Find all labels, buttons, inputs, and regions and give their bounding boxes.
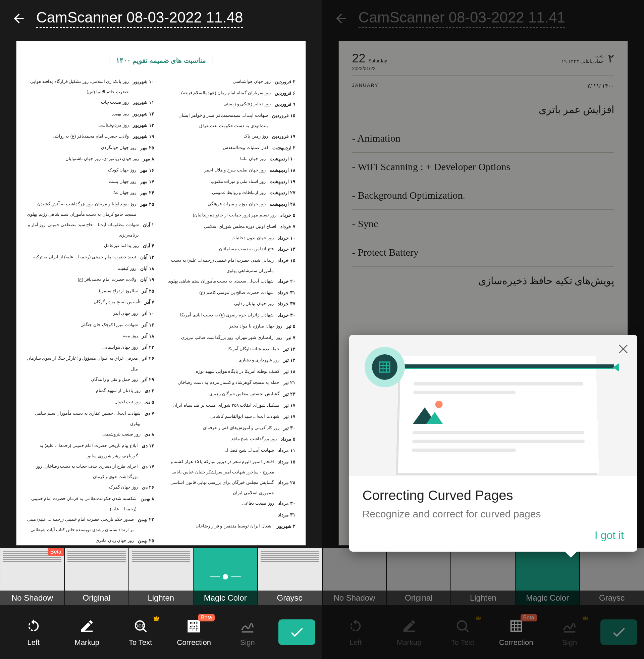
calendar-row: ۷ تیرروز آزادسازی شهر مهران، روز بزرگداش… bbox=[168, 332, 296, 344]
crown-icon bbox=[475, 615, 482, 622]
calendar-row: ۵ تیرروز جهان مبارزه با مواد مخدر bbox=[168, 321, 296, 332]
filter-lighten[interactable]: Lighten bbox=[129, 548, 193, 605]
check-icon bbox=[289, 624, 305, 640]
handwritten-line: - Sync bbox=[352, 210, 615, 238]
header: CamScanner 08-03-2022 11.41 bbox=[322, 0, 644, 37]
calendar-row: ۴ آبانروز پدافند غیرعامل bbox=[26, 240, 154, 252]
calendar-row: ۱۷ دیاجرای طرح آزادسازی حذف حجاب به دست … bbox=[26, 461, 154, 482]
calendar-row: ۱۸ آدرروز بیمه bbox=[26, 331, 154, 342]
filter-magic-color[interactable]: Magic Color bbox=[193, 548, 258, 605]
calendar-row: ۱۳ خردادفتح اندلس به دست مسلمانان bbox=[168, 244, 296, 255]
confirm-button[interactable] bbox=[600, 619, 637, 645]
calendar-row: ۱۹ شهریورولادت حضرت امام محمدباقر (ع) به… bbox=[26, 131, 154, 142]
calendar-row: ۱۶ مهرروز جهان کودک bbox=[26, 165, 154, 176]
calendar-row: ۱۰ اردیبهشتروز جهان ماما bbox=[168, 153, 296, 165]
filter-grayscale[interactable]: Graysc bbox=[580, 548, 644, 605]
calendar-row: ۲۶ آذرمعرفی عراق به عنوان مسؤول و آغازگر… bbox=[26, 353, 154, 374]
calendar-row: ۱۳ شهریورروز مردم‌شناسی bbox=[26, 120, 154, 131]
calendar-row: ۱ آبانشهادت مظلومانه آیت‌ا... حاج سید مص… bbox=[26, 220, 154, 240]
calendar-row: ۳ شهریوراشغال ایران توسط متفقین و فرار ر… bbox=[168, 521, 296, 532]
crown-icon bbox=[153, 615, 160, 622]
handwritten-line: - Background Optimization. bbox=[352, 181, 615, 210]
tool-markup[interactable]: Markup bbox=[382, 617, 436, 647]
calendar-row: ۱۹ آبانولادت حضرت امام محمدباقر (ع) bbox=[26, 274, 154, 286]
handwritten-line: - WiFi Scanning : + Developer Options bbox=[352, 153, 615, 181]
calendar-row: ۳۰ تیرروز کارآفرینی و آموزش‌های فنی و حر… bbox=[168, 423, 296, 434]
header: CamScanner 08-03-2022 11.48 bbox=[0, 0, 322, 37]
check-icon bbox=[611, 624, 627, 640]
tool-correction[interactable]: Beta Correction bbox=[167, 617, 221, 647]
grid-icon bbox=[378, 360, 391, 374]
calendar-row: ۱۰ آذرروز جهان ایدز bbox=[26, 308, 154, 319]
calendar-row: ۷ خردادافتتاح اولین دوره مجلس شورای اسلا… bbox=[168, 221, 296, 232]
calendar-row: ۲۹ آذرروز حمل و نقل و رانندگان bbox=[26, 374, 154, 386]
popup-close-button[interactable] bbox=[617, 343, 629, 355]
handwritten-line: - Animation bbox=[352, 124, 615, 153]
calendar-row: ۲ اردیبهشتآغاز عملیات بیت‌المقدس bbox=[168, 142, 296, 154]
back-button[interactable] bbox=[333, 10, 349, 26]
calendar-column-left: ۱۰ شهریورروز بانکداری اسلامی، روز تشکیل … bbox=[26, 76, 154, 546]
calendar-row: ۱۸ آبانروز کیفیت bbox=[26, 263, 154, 274]
svg-rect-17 bbox=[380, 362, 390, 372]
calendar-row: ۲۵ بهمنروز جهان زبان مادری bbox=[26, 535, 154, 546]
calendar-row: ۲۲ بهمنصدور حکم تاریخی حضرت امام خمینی (… bbox=[26, 514, 154, 535]
calendar-row: ۲۳ تیرگشایش نخستین مجلس خبرگان رهبری bbox=[168, 389, 296, 400]
calendar-row: ۱۰ خردادروز جهان بدون دخانیات bbox=[168, 232, 296, 244]
signature-icon bbox=[240, 618, 255, 634]
calendar-row: ۲۵ آذرسالروز ازدواج سیمرغ bbox=[26, 286, 154, 297]
calendar-row: ۵ مردادروز بزرگداشت شیخ ماجد bbox=[168, 433, 296, 445]
tool-correction[interactable]: Beta Correction bbox=[489, 617, 543, 647]
calendar-row: ۱۸ تیرکشف توطئه آمریکا در پایگاه هوایی ش… bbox=[168, 366, 296, 378]
svg-point-10 bbox=[458, 621, 466, 630]
calendar-row: ۲۰ خردادشهادت آیت‌ا... سعیدی به دست مأمو… bbox=[168, 276, 296, 287]
calendar-row: ۱۶ آذرشهادت میرزا کوچک خان جنگلی bbox=[26, 319, 154, 331]
popup-title: Correcting Curved Pages bbox=[363, 488, 624, 503]
filter-grayscale[interactable]: Graysc bbox=[258, 548, 322, 605]
tool-to-text[interactable]: OCR To Text bbox=[114, 617, 167, 647]
filter-original[interactable]: Original bbox=[386, 548, 451, 605]
calendar-row: ۹ فروردینروز ذخایر ژنتیکی و زیستی bbox=[168, 99, 296, 110]
document-title[interactable]: CamScanner 08-03-2022 11.48 bbox=[36, 9, 243, 28]
calendar-row: ۵ خردادروز نسیم مهر (روز حمایت از خانواد… bbox=[168, 210, 296, 221]
calendar-row: ۱۲ تیرحمله ددمنشانه ناوگان آمریکا bbox=[168, 344, 296, 355]
calendar-row: ۲۵ مهرروز پیوند اولیا و مربیان. روز بزرگ… bbox=[26, 199, 154, 220]
beta-badge: Beta bbox=[521, 614, 537, 621]
correction-popup: Correcting Curved Pages Recognize and co… bbox=[349, 335, 638, 552]
popup-arrow bbox=[564, 551, 578, 558]
tool-signature[interactable]: Sign bbox=[543, 617, 597, 647]
back-button[interactable] bbox=[11, 10, 27, 26]
tool-signature[interactable]: Sign bbox=[221, 617, 274, 647]
bottom-toolbar: Left Markup To Text Beta Correction Sign bbox=[322, 605, 644, 659]
filter-noshadow[interactable]: No Shadow bbox=[322, 548, 387, 605]
svg-rect-9 bbox=[404, 631, 415, 632]
calendar-row: ۲ فروردینروز جهان هواشناسی bbox=[168, 76, 296, 88]
tool-rotate-left[interactable]: Left bbox=[329, 617, 383, 647]
calendar-row: ۱۳ دیابلاغ پیام تاریخی حضرت امام خمینی (… bbox=[26, 440, 154, 461]
calendar-row: ۵ دیروز ثبت احوال bbox=[26, 396, 154, 408]
filter-noshadow[interactable]: Beta No Shadow bbox=[0, 548, 64, 605]
filter-strip: No Shadow Original Lighten Magic Color G… bbox=[322, 548, 644, 605]
tool-to-text[interactable]: To Text bbox=[436, 617, 490, 647]
tool-rotate-left[interactable]: Left bbox=[7, 617, 60, 647]
calendar-row: ۲۸ مردادگشایش مجلس خبرگان برای بررسی نها… bbox=[168, 477, 296, 498]
crown-icon bbox=[582, 615, 589, 622]
document-preview[interactable]: مناسبت های ضمیمه تقویم ۱۴۰۰ ۲ فروردینروز… bbox=[16, 41, 306, 546]
calendar-row: ۷ آذرتأسیس بسیج مردم گرگان bbox=[26, 297, 154, 308]
calendar-row: ۱۷ تیرشهادت آیت‌ا... سید ابوالقاسم کاشان… bbox=[168, 411, 296, 423]
popup-confirm-button[interactable]: I got it bbox=[349, 529, 638, 552]
calendar-row: ۲۲ آذرروز جهان هواپیمایی bbox=[26, 342, 154, 353]
calendar-row: ۱۰ شهریورروز بانکداری اسلامی، روز تشکیل … bbox=[26, 76, 154, 97]
filter-lighten[interactable]: Lighten bbox=[451, 548, 515, 605]
confirm-button[interactable] bbox=[278, 619, 315, 645]
signature-icon bbox=[562, 618, 577, 634]
ocr-icon bbox=[455, 618, 470, 634]
calendar-row: ۱۵ مردادافتخار المهر الیوم شعر در دیروز … bbox=[168, 456, 296, 477]
calendar-row: ۸ بهمنشکسته شدن حکومت‌نظامی به فرمان حضر… bbox=[26, 493, 154, 514]
popup-illustration bbox=[349, 335, 638, 476]
document-title[interactable]: CamScanner 08-03-2022 11.41 bbox=[359, 9, 565, 28]
tool-markup[interactable]: Markup bbox=[60, 617, 114, 647]
calendar-row: ۳ دیروز پادنان از شهید گمنام bbox=[26, 385, 154, 396]
filter-original[interactable]: Original bbox=[64, 548, 129, 605]
filter-strip: Beta No Shadow Original Lighten Magic Co… bbox=[0, 548, 322, 605]
calendar-row: ۳۱ مرداد bbox=[168, 509, 296, 521]
